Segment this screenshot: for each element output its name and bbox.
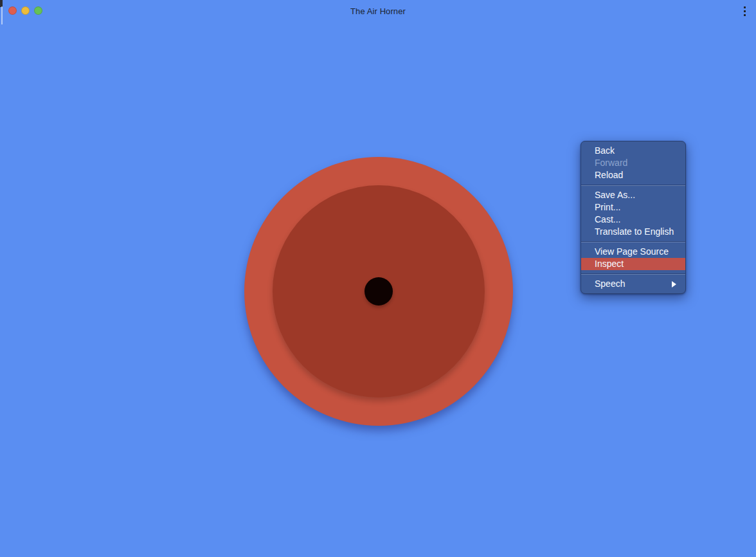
- menu-item-label: Translate to English: [595, 226, 674, 238]
- menu-item-label: Inspect: [595, 258, 624, 270]
- menu-item-label: Forward: [595, 157, 627, 169]
- air-horn-center-dot: [364, 277, 393, 306]
- menu-separator: [581, 185, 685, 186]
- menu-item-print[interactable]: Print...: [581, 201, 685, 214]
- menu-item-back[interactable]: Back: [581, 145, 685, 157]
- menu-item-label: Cast...: [595, 214, 620, 226]
- submenu-arrow-icon: [672, 281, 676, 288]
- menu-item-translate[interactable]: Translate to English: [581, 226, 685, 238]
- menu-item-save-as[interactable]: Save As...: [581, 189, 685, 201]
- menu-item-view-page-source[interactable]: View Page Source: [581, 246, 685, 258]
- air-horn-inner-ring: [273, 185, 485, 397]
- menu-item-label: Reload: [595, 169, 623, 181]
- context-menu: Back Forward Reload Save As... Print... …: [580, 141, 686, 294]
- menu-item-label: Save As...: [595, 189, 635, 201]
- menu-item-label: Back: [595, 145, 615, 157]
- kebab-menu-icon[interactable]: [741, 6, 748, 17]
- menu-item-label: Print...: [595, 201, 620, 214]
- menu-separator: [581, 273, 685, 275]
- menu-item-label: Speech: [595, 278, 625, 290]
- menu-item-label: View Page Source: [595, 246, 669, 258]
- kebab-dot: [744, 6, 746, 8]
- menu-item-forward: Forward: [581, 157, 685, 169]
- titlebar: The Air Horner: [0, 0, 756, 22]
- menu-item-reload[interactable]: Reload: [581, 169, 685, 181]
- kebab-dot: [744, 14, 746, 16]
- kebab-dot: [744, 10, 746, 12]
- menu-item-speech[interactable]: Speech: [581, 278, 685, 290]
- menu-item-cast[interactable]: Cast...: [581, 214, 685, 226]
- window-title: The Air Horner: [0, 0, 756, 22]
- air-horn-button[interactable]: [244, 157, 513, 426]
- menu-item-inspect[interactable]: Inspect: [581, 258, 685, 270]
- menu-separator: [581, 241, 685, 242]
